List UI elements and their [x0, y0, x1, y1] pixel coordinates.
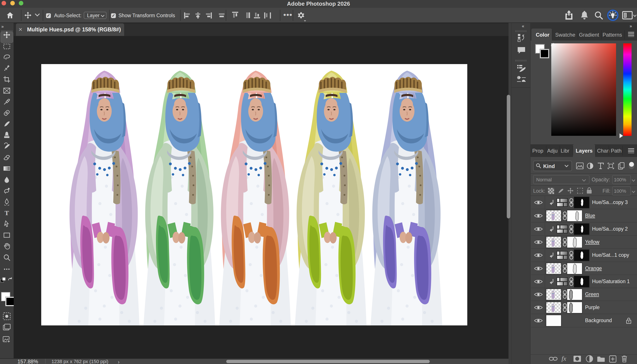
svg-text:T: T [5, 209, 9, 216]
